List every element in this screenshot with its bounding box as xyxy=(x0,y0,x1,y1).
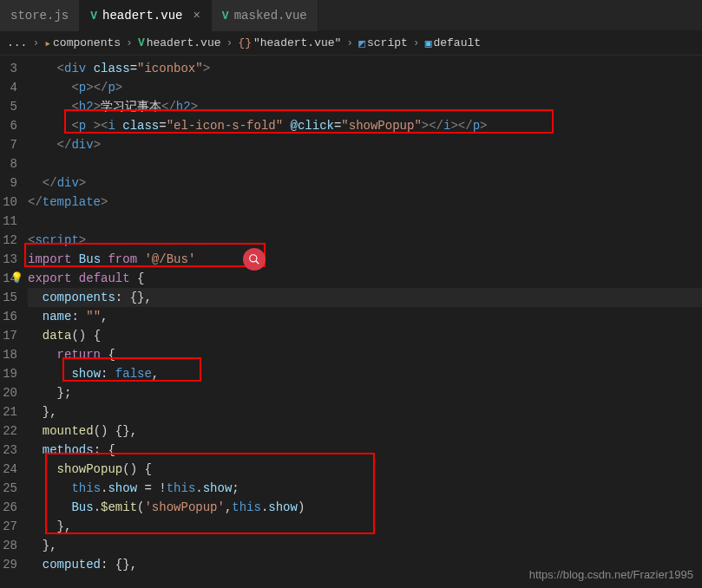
tab-label: headert.vue xyxy=(102,9,182,23)
folder-icon: ▸ xyxy=(44,36,51,50)
code-line: }; xyxy=(28,383,702,402)
watermark: https://blog.csdn.net/Frazier1995 xyxy=(529,568,693,581)
chevron-right-icon: › xyxy=(413,36,420,49)
chevron-right-icon: › xyxy=(226,36,233,49)
svg-line-1 xyxy=(256,261,259,265)
code-line: }, xyxy=(28,517,702,536)
vue-icon: V xyxy=(222,10,229,23)
code-line: import Bus from '@/Bus' xyxy=(28,250,702,269)
tab-label: store.js xyxy=(10,9,69,23)
code-line: <script> xyxy=(28,231,702,250)
code-line: components: {}, xyxy=(28,288,702,307)
code-line: </div> xyxy=(28,135,702,154)
editor[interactable]: 345 678 91011 121314 151617 181920 21222… xyxy=(0,56,702,588)
bc-item[interactable]: components xyxy=(53,36,121,49)
tab-headert[interactable]: V headert.vue × xyxy=(80,0,212,31)
tab-label: masked.vue xyxy=(234,9,307,23)
chevron-right-icon: › xyxy=(126,36,133,49)
code-line: </div> xyxy=(28,173,702,193)
bc-item[interactable]: headert.vue xyxy=(147,36,221,49)
chevron-right-icon: › xyxy=(32,36,39,49)
braces-icon: {} xyxy=(238,36,252,49)
code-line: }, xyxy=(28,536,702,555)
chevron-right-icon: › xyxy=(346,36,353,49)
code-line: <p ><i class="el-icon-s-fold" @click="sh… xyxy=(28,116,702,135)
search-badge-icon[interactable] xyxy=(243,248,266,271)
code-area[interactable]: <div class="iconbox"> <p></p> <h2>学习记事本<… xyxy=(28,56,702,588)
vue-icon: V xyxy=(90,10,97,23)
line-gutter: 345 678 91011 121314 151617 181920 21222… xyxy=(0,56,28,588)
code-line: mounted() {}, xyxy=(28,421,702,441)
bc-item[interactable]: default xyxy=(433,36,481,49)
code-line: <p></p> xyxy=(28,78,702,97)
code-line: Bus.$emit('showPopup',this.show) xyxy=(28,498,702,517)
code-line: this.show = !this.show; xyxy=(28,479,702,498)
breadcrumb: ... › ▸ components › V headert.vue › {} … xyxy=(0,31,702,56)
tab-store[interactable]: store.js xyxy=(0,0,80,31)
code-line: return { xyxy=(28,345,702,364)
code-line: methods: { xyxy=(28,441,702,460)
bc-item[interactable]: ... xyxy=(7,36,27,49)
close-icon[interactable]: × xyxy=(193,9,200,23)
bc-item[interactable]: script xyxy=(367,36,408,49)
tab-bar: store.js V headert.vue × V masked.vue xyxy=(0,0,702,31)
code-line: name: "", xyxy=(28,307,702,326)
code-line: </template> xyxy=(28,193,702,212)
code-line: data() { xyxy=(28,326,702,345)
svg-point-0 xyxy=(250,255,257,262)
code-line: <h2>学习记事本</h2> xyxy=(28,97,702,116)
lightbulb-icon[interactable]: 💡 xyxy=(10,269,23,288)
box-icon: ◩ xyxy=(358,36,365,50)
vue-icon: V xyxy=(138,36,145,49)
code-line: 💡export default { xyxy=(28,269,702,288)
cube-icon: ▣ xyxy=(425,36,432,50)
code-line: <div class="iconbox"> xyxy=(28,59,702,78)
code-line: }, xyxy=(28,402,702,421)
code-line xyxy=(28,154,702,173)
tab-masked[interactable]: V masked.vue xyxy=(212,0,318,31)
bc-item[interactable]: "headert.vue" xyxy=(253,36,341,49)
code-line: show: false, xyxy=(28,364,702,383)
code-line: showPopup() { xyxy=(28,460,702,479)
code-line xyxy=(28,212,702,231)
